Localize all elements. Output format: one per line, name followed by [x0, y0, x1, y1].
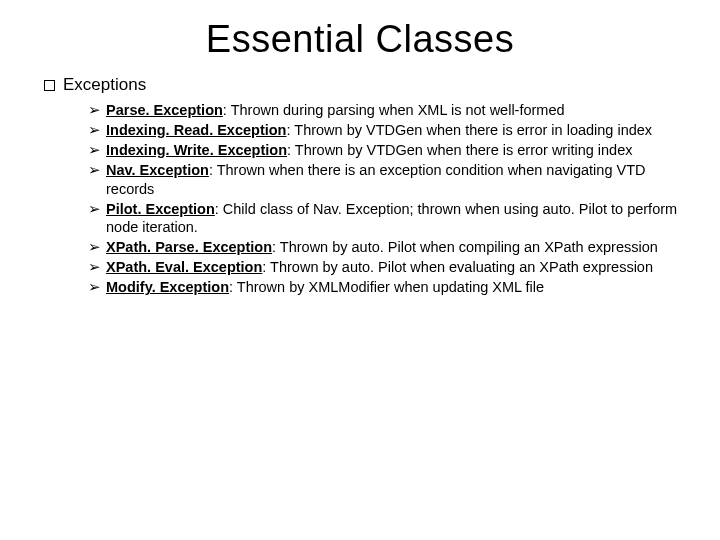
arrow-icon: ➢ — [88, 278, 106, 296]
list-item: ➢Indexing. Read. Exception: Thrown by VT… — [88, 121, 680, 139]
exception-name: Parse. Exception — [106, 102, 223, 118]
exception-list: ➢Parse. Exception: Thrown during parsing… — [88, 101, 680, 296]
arrow-icon: ➢ — [88, 258, 106, 276]
exception-desc: : Thrown by VTDGen when there is error w… — [287, 142, 632, 158]
arrow-icon: ➢ — [88, 141, 106, 159]
arrow-icon: ➢ — [88, 121, 106, 139]
exception-name: XPath. Eval. Exception — [106, 259, 262, 275]
list-item: ➢Parse. Exception: Thrown during parsing… — [88, 101, 680, 119]
arrow-icon: ➢ — [88, 161, 106, 179]
arrow-icon: ➢ — [88, 238, 106, 256]
page-title: Essential Classes — [40, 18, 680, 61]
exception-desc: : Thrown by VTDGen when there is error i… — [286, 122, 652, 138]
exception-name: Indexing. Read. Exception — [106, 122, 286, 138]
exception-name: Nav. Exception — [106, 162, 209, 178]
bullet-square-icon — [44, 80, 55, 91]
slide: Essential Classes Exceptions ➢Parse. Exc… — [0, 0, 720, 540]
exception-desc: : Thrown by auto. Pilot when evaluating … — [262, 259, 653, 275]
exception-name: XPath. Parse. Exception — [106, 239, 272, 255]
list-item: ➢XPath. Eval. Exception: Thrown by auto.… — [88, 258, 680, 276]
arrow-icon: ➢ — [88, 101, 106, 119]
exception-name: Pilot. Exception — [106, 201, 215, 217]
list-item: ➢Indexing. Write. Exception: Thrown by V… — [88, 141, 680, 159]
list-item: ➢Modify. Exception: Thrown by XMLModifie… — [88, 278, 680, 296]
exception-desc: : Thrown by XMLModifier when updating XM… — [229, 279, 544, 295]
list-item: ➢Pilot. Exception: Child class of Nav. E… — [88, 200, 680, 236]
exception-name: Indexing. Write. Exception — [106, 142, 287, 158]
section-label: Exceptions — [63, 75, 146, 94]
list-item: ➢Nav. Exception: Thrown when there is an… — [88, 161, 680, 197]
section-exceptions: Exceptions ➢Parse. Exception: Thrown dur… — [44, 75, 680, 296]
exception-desc: : Thrown during parsing when XML is not … — [223, 102, 565, 118]
list-item: ➢XPath. Parse. Exception: Thrown by auto… — [88, 238, 680, 256]
exception-desc: : Thrown by auto. Pilot when compiling a… — [272, 239, 658, 255]
section-header: Exceptions — [44, 75, 680, 95]
exception-name: Modify. Exception — [106, 279, 229, 295]
arrow-icon: ➢ — [88, 200, 106, 218]
